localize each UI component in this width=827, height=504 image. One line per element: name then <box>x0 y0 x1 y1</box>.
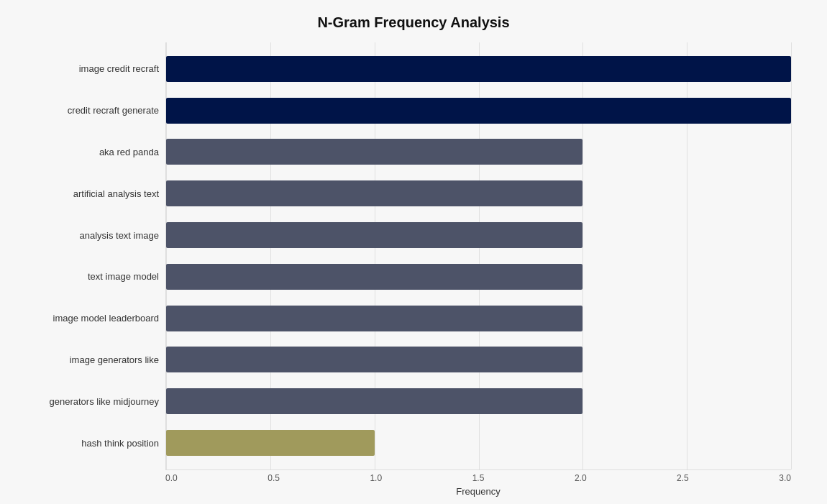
x-axis-label: Frequency <box>165 486 791 497</box>
grid-line <box>791 42 792 469</box>
bar-label: analysis text image <box>15 230 159 241</box>
bar-row: credit recraft generate <box>166 93 791 128</box>
bar-label: credit recraft generate <box>15 105 159 116</box>
bar-label: image model leaderboard <box>15 313 159 324</box>
bar-label: text image model <box>15 271 159 282</box>
bar <box>166 139 582 165</box>
x-tick: 2.0 <box>575 473 587 483</box>
bar-row: text image model <box>166 260 791 294</box>
chart-title: N-Gram Frequency Analysis <box>14 14 813 31</box>
bar-label: image generators like <box>15 354 159 365</box>
bar-row: image generators like <box>166 342 791 377</box>
chart-body: image credit recraftcredit recraft gener… <box>165 42 791 470</box>
x-axis: 0.00.51.01.52.02.53.0 <box>165 473 791 483</box>
bar-label: artificial analysis text <box>15 188 159 199</box>
x-tick: 3.0 <box>779 473 791 483</box>
bar <box>166 180 582 206</box>
bar <box>166 56 791 82</box>
chart-area: image credit recraftcredit recraft gener… <box>14 42 813 497</box>
bar-row: aka red panda <box>166 134 791 169</box>
bar-row: artificial analysis text <box>166 176 791 211</box>
x-tick: 1.5 <box>472 473 485 483</box>
chart-container: N-Gram Frequency Analysis image credit r… <box>0 0 827 504</box>
x-tick: 2.5 <box>677 473 689 483</box>
bar-label: hash think position <box>15 438 159 449</box>
bar-row: image model leaderboard <box>166 301 791 336</box>
bar-label: generators like midjourney <box>15 396 159 407</box>
bar <box>166 306 582 331</box>
bar-row: image credit recraft <box>166 52 791 86</box>
x-tick: 1.0 <box>370 473 382 483</box>
x-tick: 0.0 <box>165 473 178 483</box>
bar <box>166 347 582 372</box>
bar-row: hash think position <box>166 426 791 460</box>
bars-wrapper: image credit recraftcredit recraft gener… <box>166 42 791 469</box>
x-tick: 0.5 <box>268 473 280 483</box>
bar-label: aka red panda <box>15 147 159 157</box>
bar-row: analysis text image <box>166 218 791 252</box>
bar-row: generators like midjourney <box>166 384 791 418</box>
bar-label: image credit recraft <box>15 63 159 74</box>
bar <box>166 98 791 124</box>
bar <box>166 264 582 290</box>
bar <box>166 430 375 456</box>
bar <box>166 388 582 414</box>
bar <box>166 222 582 248</box>
